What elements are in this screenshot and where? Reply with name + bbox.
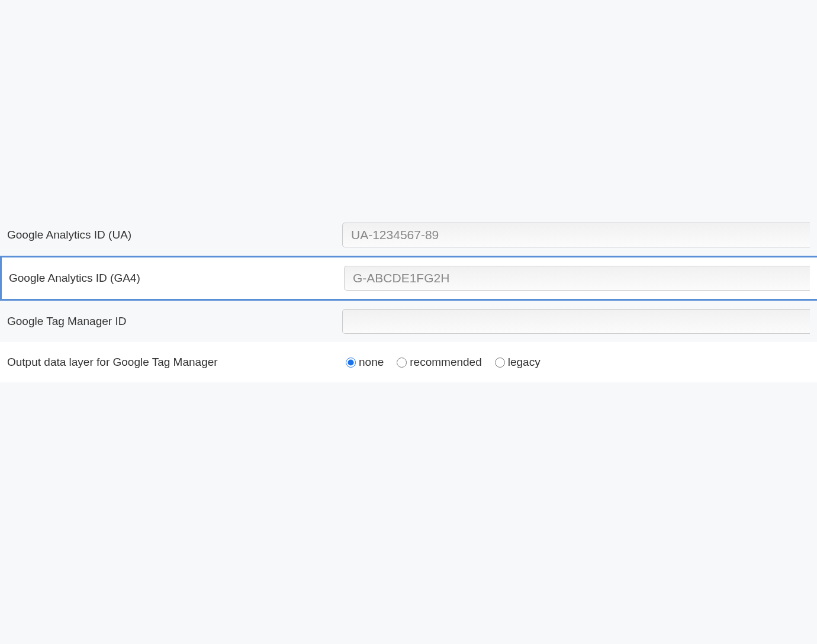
ua-id-input[interactable] xyxy=(342,223,810,247)
radio-none-label[interactable]: none xyxy=(359,356,384,369)
ga4-id-label: Google Analytics ID (GA4) xyxy=(9,271,340,286)
gtm-id-input-cell xyxy=(339,309,810,334)
radio-legacy-item: legacy xyxy=(495,356,541,369)
radio-none[interactable] xyxy=(346,358,356,368)
radio-recommended-item: recommended xyxy=(397,356,481,369)
radio-recommended-label[interactable]: recommended xyxy=(410,356,481,369)
ua-id-label: Google Analytics ID (UA) xyxy=(7,227,339,243)
analytics-settings-form: Google Analytics ID (UA) Google Analytic… xyxy=(0,214,817,382)
ua-id-input-cell xyxy=(339,223,810,247)
gtm-id-row: Google Tag Manager ID xyxy=(0,301,817,342)
radio-none-item: none xyxy=(346,356,384,369)
data-layer-radio-group: none recommended legacy xyxy=(342,356,810,369)
gtm-id-label: Google Tag Manager ID xyxy=(7,314,339,330)
data-layer-row: Output data layer for Google Tag Manager… xyxy=(0,342,817,382)
radio-legacy-label[interactable]: legacy xyxy=(508,356,541,369)
data-layer-input-cell: none recommended legacy xyxy=(339,356,810,369)
ga4-id-input-cell xyxy=(340,266,810,291)
ga4-id-input[interactable] xyxy=(344,266,810,291)
radio-recommended[interactable] xyxy=(397,358,407,368)
gtm-id-input[interactable] xyxy=(342,309,810,334)
radio-legacy[interactable] xyxy=(495,358,505,368)
ua-id-row: Google Analytics ID (UA) xyxy=(0,214,817,256)
data-layer-label: Output data layer for Google Tag Manager xyxy=(7,355,339,371)
ga4-id-row: Google Analytics ID (GA4) xyxy=(0,256,817,301)
